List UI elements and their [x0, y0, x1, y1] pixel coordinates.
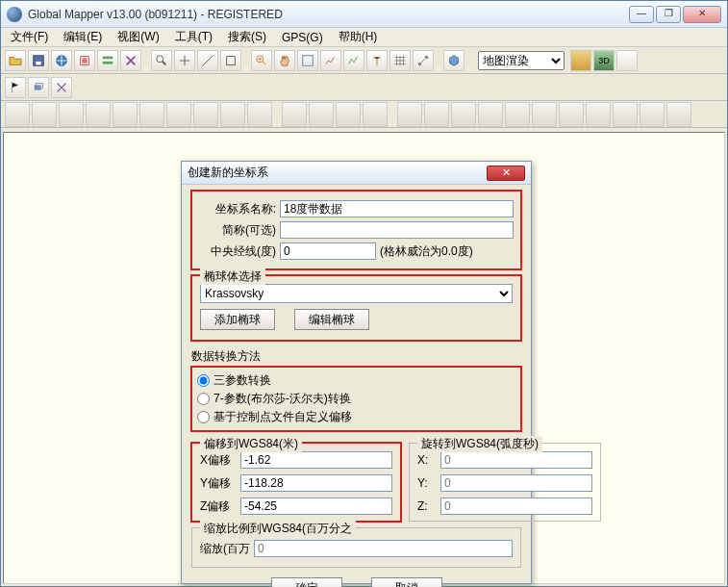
menu-tools[interactable]: 工具(T) [169, 27, 218, 47]
svg-rect-4 [82, 58, 87, 63]
menu-gps[interactable]: GPS(G) [276, 29, 329, 46]
datum-opt1-radio[interactable] [197, 374, 210, 387]
grid-icon[interactable] [389, 50, 411, 71]
datum-opt3-radio[interactable] [197, 411, 210, 423]
measure-icon[interactable] [197, 50, 218, 71]
x-offset-label: X偏移 [200, 452, 237, 469]
profile-icon[interactable] [343, 50, 364, 71]
minimize-button[interactable]: — [629, 6, 654, 23]
short-label: 简称(可选) [199, 222, 276, 239]
render-mode-select[interactable]: 地图渲染 [478, 51, 565, 70]
t3-15-icon[interactable] [397, 102, 422, 127]
t3-21-icon[interactable] [559, 102, 584, 127]
digitize-tool-icon[interactable] [51, 77, 72, 98]
window-title: Global Mapper v13.00 (b091211) - REGISTE… [28, 8, 629, 21]
3d-icon[interactable] [443, 50, 464, 71]
t3-4-icon[interactable] [86, 102, 111, 127]
globe-icon[interactable] [51, 50, 72, 71]
t3-14-icon[interactable] [363, 102, 388, 127]
ellipsoid-group: 椭球体选择 Krassovsky 添加椭球 编辑椭球 [191, 275, 521, 341]
t3-11-icon[interactable] [282, 102, 307, 127]
t3-8-icon[interactable] [193, 102, 218, 127]
menu-view[interactable]: 视图(W) [112, 27, 164, 47]
ok-button[interactable]: 确定 [271, 577, 342, 587]
render-3-icon[interactable] [616, 50, 638, 71]
svg-rect-13 [35, 85, 41, 89]
datum-opt2-label: 7-参数(布尔莎-沃尔夫)转换 [213, 391, 351, 407]
svg-rect-8 [227, 56, 236, 64]
t3-2-icon[interactable] [32, 102, 57, 127]
dialog-buttons: 确定 取消 [191, 577, 521, 587]
z-rot-label: Z: [417, 499, 437, 513]
render-1-icon[interactable] [570, 50, 591, 71]
svg-rect-10 [303, 55, 314, 65]
y-rot-input [440, 474, 592, 492]
offset-legend: 偏移到WGS84(米) [200, 436, 302, 452]
toolbar-2 [1, 74, 727, 101]
chart-icon[interactable] [320, 50, 341, 71]
app-icon [7, 7, 22, 22]
tools-icon[interactable] [120, 50, 141, 71]
full-extent-icon[interactable] [297, 50, 318, 71]
t3-10-icon[interactable] [247, 102, 272, 127]
t3-1-icon[interactable] [5, 102, 30, 127]
t3-20-icon[interactable] [532, 102, 557, 127]
name-input[interactable] [280, 200, 514, 217]
add-ellipsoid-button[interactable]: 添加椭球 [200, 309, 275, 330]
cancel-button[interactable]: 取消 [371, 577, 442, 587]
short-input[interactable] [280, 221, 514, 239]
menu-file[interactable]: 文件(F) [5, 27, 54, 47]
render-3d-icon[interactable]: 3D [593, 50, 615, 71]
zoom-tool-icon[interactable] [151, 50, 172, 71]
t3-22-icon[interactable] [586, 102, 611, 127]
maximize-button[interactable]: ❐ [656, 6, 681, 23]
svg-point-7 [157, 55, 163, 62]
t3-12-icon[interactable] [309, 102, 334, 127]
datum-opt2-radio[interactable] [197, 393, 210, 405]
x-rot-input [440, 451, 592, 469]
antenna-icon[interactable] [366, 50, 388, 71]
save-icon[interactable] [28, 50, 49, 71]
t3-24-icon[interactable] [640, 102, 665, 127]
t3-6-icon[interactable] [139, 102, 164, 127]
path-icon[interactable] [413, 50, 434, 71]
digitize-layers-icon[interactable] [28, 77, 49, 98]
t3-17-icon[interactable] [451, 102, 476, 127]
x-offset-input[interactable] [240, 451, 392, 469]
t3-3-icon[interactable] [59, 102, 84, 127]
open-icon[interactable] [5, 50, 26, 71]
menu-help[interactable]: 帮助(H) [333, 27, 384, 47]
hand-icon[interactable] [274, 50, 295, 71]
y-offset-input[interactable] [240, 474, 392, 492]
ellipsoid-select[interactable]: Krassovsky [200, 284, 513, 303]
t3-25-icon[interactable] [666, 102, 691, 127]
pan-tool-icon[interactable] [174, 50, 195, 71]
config-icon[interactable] [97, 50, 118, 71]
zoom-in-icon[interactable] [251, 50, 272, 71]
t3-5-icon[interactable] [113, 102, 138, 127]
dialog-title: 创建新的坐标系 [188, 165, 487, 181]
scale-label: 缩放(百万 [200, 541, 250, 557]
t3-9-icon[interactable] [220, 102, 245, 127]
dialog-titlebar: 创建新的坐标系 ✕ [182, 162, 531, 185]
t3-23-icon[interactable] [613, 102, 638, 127]
menu-edit[interactable]: 编辑(E) [58, 27, 108, 47]
ellipsoid-legend: 椭球体选择 [200, 268, 265, 285]
t3-16-icon[interactable] [424, 102, 449, 127]
t3-13-icon[interactable] [336, 102, 361, 127]
edit-ellipsoid-button[interactable]: 编辑椭球 [294, 309, 369, 330]
t3-19-icon[interactable] [505, 102, 530, 127]
t3-18-icon[interactable] [478, 102, 503, 127]
datum-method-legend: 数据转换方法 [191, 348, 521, 365]
svg-rect-5 [103, 56, 113, 59]
dialog-close-button[interactable]: ✕ [487, 166, 525, 181]
layers-icon[interactable] [74, 50, 95, 71]
close-button[interactable]: ✕ [683, 6, 721, 23]
digitize-flag-icon[interactable] [5, 77, 26, 98]
svg-rect-6 [103, 61, 113, 64]
info-icon[interactable] [220, 50, 241, 71]
menu-search[interactable]: 搜索(S) [222, 27, 272, 47]
cm-input[interactable] [280, 242, 376, 260]
z-offset-input[interactable] [240, 498, 392, 515]
t3-7-icon[interactable] [166, 102, 191, 127]
